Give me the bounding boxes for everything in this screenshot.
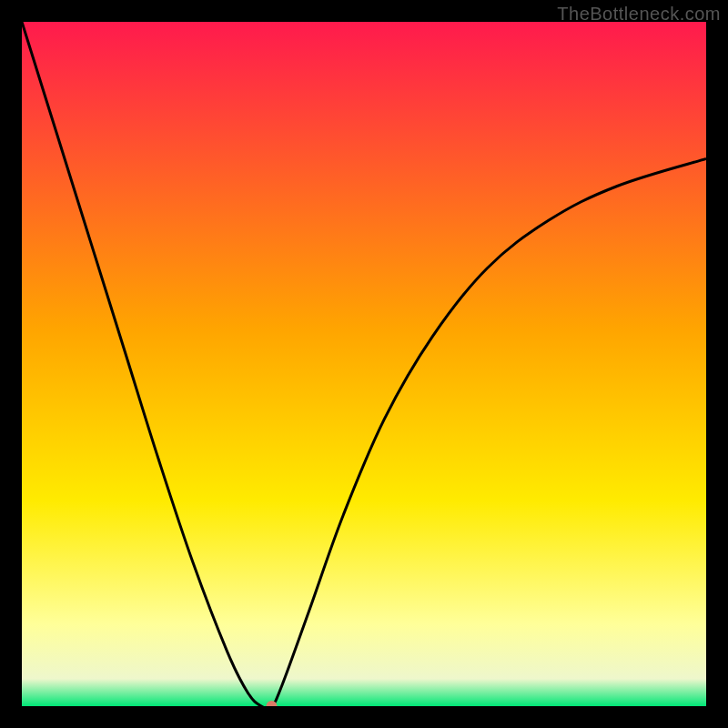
- watermark-text: TheBottleneck.com: [557, 4, 721, 25]
- chart-svg: [22, 22, 706, 706]
- chart-plot-area: [22, 22, 706, 706]
- chart-background: [22, 22, 706, 706]
